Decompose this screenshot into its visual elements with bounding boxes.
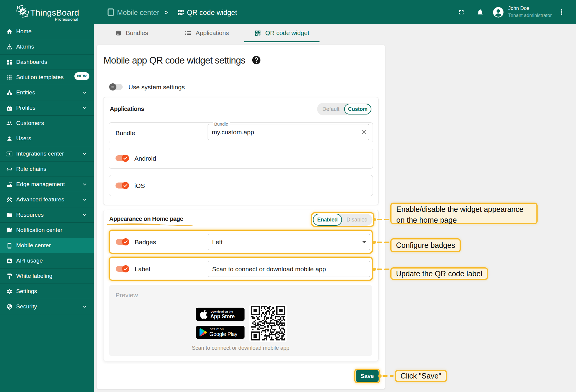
- svg-text:Download on the: Download on the: [211, 310, 233, 313]
- svg-text:Google Play: Google Play: [209, 331, 238, 337]
- svg-text:App Store: App Store: [210, 313, 235, 319]
- svg-text:GET IT ON: GET IT ON: [210, 328, 224, 331]
